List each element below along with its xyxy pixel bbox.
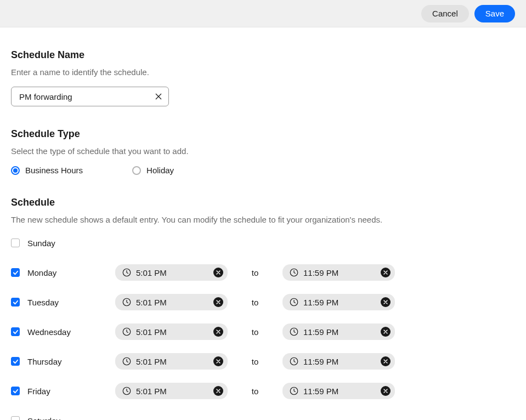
end-time-value: 11:59 PM xyxy=(303,298,376,307)
start-time-picker[interactable]: 5:01 PM xyxy=(115,264,228,281)
start-time-value: 5:01 PM xyxy=(136,387,209,396)
x-icon xyxy=(383,359,388,364)
schedule-name-input-wrapper xyxy=(11,87,169,106)
to-label: to xyxy=(228,357,282,366)
start-time-cell: 5:01 PM xyxy=(115,323,228,340)
schedule-name-title: Schedule Name xyxy=(11,49,505,61)
end-time-cell: 11:59 PM xyxy=(282,353,395,370)
radio-icon xyxy=(132,166,141,175)
end-time-cell: 11:59 PM xyxy=(282,294,395,310)
day-checkbox[interactable] xyxy=(11,298,20,307)
start-time-picker[interactable]: 5:01 PM xyxy=(115,353,228,370)
check-icon xyxy=(13,299,19,305)
clock-icon xyxy=(122,327,132,337)
end-time-value: 11:59 PM xyxy=(303,268,376,277)
clock-icon xyxy=(122,356,132,366)
clear-time-button[interactable] xyxy=(381,268,391,277)
start-time-cell: 5:01 PM xyxy=(115,294,228,310)
start-time-picker[interactable]: 5:01 PM xyxy=(115,294,228,310)
end-time-value: 11:59 PM xyxy=(303,357,376,366)
x-icon xyxy=(216,270,220,275)
clock-icon xyxy=(289,268,299,277)
start-time-picker[interactable]: 5:01 PM xyxy=(115,323,228,340)
schedule-name-input[interactable] xyxy=(11,87,169,106)
radio-label: Business Hours xyxy=(25,166,83,175)
end-time-picker[interactable]: 11:59 PM xyxy=(282,294,395,310)
day-check-wrap: Saturday xyxy=(11,416,115,421)
day-label: Friday xyxy=(27,387,50,396)
clear-time-button[interactable] xyxy=(381,297,391,307)
to-label: to xyxy=(228,268,282,277)
end-time-cell: 11:59 PM xyxy=(282,323,395,340)
start-time-value: 5:01 PM xyxy=(136,298,209,307)
clear-time-button[interactable] xyxy=(213,356,223,366)
radio-option-business-hours[interactable]: Business Hours xyxy=(11,166,83,175)
radio-icon xyxy=(11,166,20,175)
schedule-title: Schedule xyxy=(11,197,505,208)
schedule-section: Schedule The new schedule shows a defaul… xyxy=(11,197,505,420)
clear-time-button[interactable] xyxy=(381,327,391,337)
day-checkbox[interactable] xyxy=(11,268,20,277)
day-row-wednesday: Wednesday5:01 PMto11:59 PM xyxy=(11,323,505,340)
clock-icon xyxy=(289,297,299,307)
start-time-cell: 5:01 PM xyxy=(115,353,228,370)
day-row-monday: Monday5:01 PMto11:59 PM xyxy=(11,264,505,281)
schedule-type-section: Schedule Type Select the type of schedul… xyxy=(11,128,505,175)
day-check-wrap: Friday xyxy=(11,387,115,396)
top-bar: Cancel Save xyxy=(0,0,526,27)
start-time-value: 5:01 PM xyxy=(136,327,209,337)
day-row-saturday: Saturday xyxy=(11,412,505,420)
day-label: Thursday xyxy=(27,357,62,366)
to-label: to xyxy=(228,327,282,337)
x-icon xyxy=(383,330,388,334)
day-row-tuesday: Tuesday5:01 PMto11:59 PM xyxy=(11,293,505,311)
check-icon xyxy=(13,359,19,365)
radio-label: Holiday xyxy=(146,166,174,175)
end-time-picker[interactable]: 11:59 PM xyxy=(282,323,395,340)
save-button[interactable]: Save xyxy=(474,5,515,22)
cancel-button[interactable]: Cancel xyxy=(421,5,469,22)
clear-time-button[interactable] xyxy=(213,268,223,277)
end-time-value: 11:59 PM xyxy=(303,387,376,396)
day-check-wrap: Tuesday xyxy=(11,298,115,307)
clear-time-button[interactable] xyxy=(213,297,223,307)
schedule-type-desc: Select the type of schedule that you wan… xyxy=(11,146,505,156)
schedule-list: SundayMonday5:01 PMto11:59 PMTuesday5:01… xyxy=(11,234,505,420)
end-time-picker[interactable]: 11:59 PM xyxy=(282,383,395,399)
schedule-desc: The new schedule shows a default entry. … xyxy=(11,215,505,224)
day-checkbox[interactable] xyxy=(11,357,20,366)
end-time-picker[interactable]: 11:59 PM xyxy=(282,264,395,281)
end-time-picker[interactable]: 11:59 PM xyxy=(282,353,395,370)
clear-time-button[interactable] xyxy=(213,386,223,396)
day-checkbox[interactable] xyxy=(11,239,20,247)
x-icon xyxy=(216,389,220,393)
end-time-cell: 11:59 PM xyxy=(282,264,395,281)
clear-time-button[interactable] xyxy=(213,327,223,337)
end-time-cell: 11:59 PM xyxy=(282,383,395,399)
x-icon xyxy=(216,359,220,364)
day-check-wrap: Sunday xyxy=(11,239,115,248)
day-checkbox[interactable] xyxy=(11,416,20,420)
schedule-type-radios: Business HoursHoliday xyxy=(11,166,505,175)
clock-icon xyxy=(122,386,132,396)
day-checkbox[interactable] xyxy=(11,327,20,336)
clock-icon xyxy=(122,268,132,277)
clear-name-button[interactable] xyxy=(154,92,163,101)
check-icon xyxy=(13,388,19,394)
start-time-picker[interactable]: 5:01 PM xyxy=(115,383,228,399)
day-check-wrap: Wednesday xyxy=(11,327,115,337)
end-time-value: 11:59 PM xyxy=(303,327,376,337)
check-icon xyxy=(13,270,19,276)
radio-option-holiday[interactable]: Holiday xyxy=(132,166,174,175)
day-checkbox[interactable] xyxy=(11,387,20,395)
schedule-name-desc: Enter a name to identify the schedule. xyxy=(11,67,505,77)
day-check-wrap: Monday xyxy=(11,268,115,277)
start-time-cell: 5:01 PM xyxy=(115,383,228,399)
clear-time-button[interactable] xyxy=(381,356,391,366)
x-icon xyxy=(216,330,220,334)
x-icon xyxy=(155,93,162,100)
clear-time-button[interactable] xyxy=(381,386,391,396)
x-icon xyxy=(383,300,388,304)
day-label: Tuesday xyxy=(27,298,59,307)
clock-icon xyxy=(289,327,299,337)
